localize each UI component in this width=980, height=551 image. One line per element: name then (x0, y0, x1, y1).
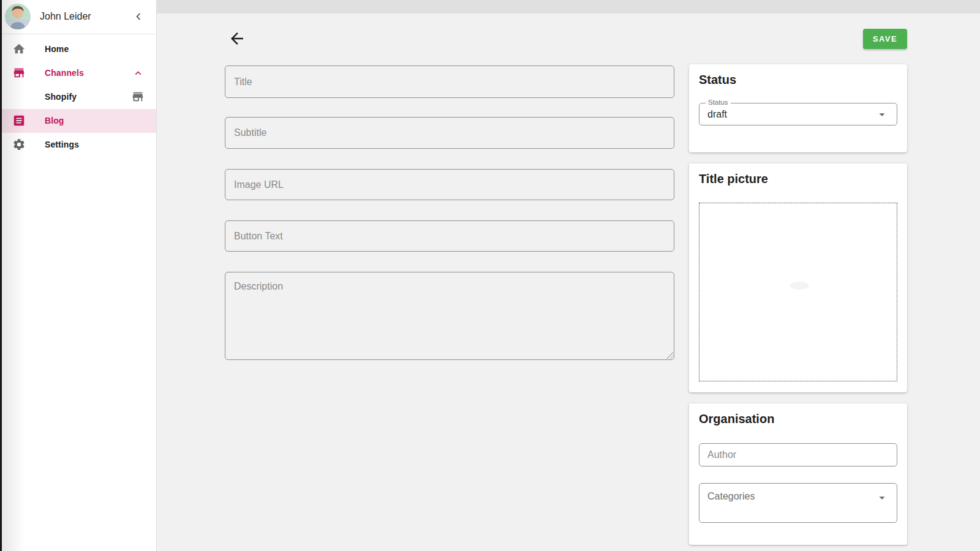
organisation-heading: Organisation (699, 412, 774, 426)
title-picture-heading: Title picture (699, 172, 768, 186)
back-arrow-icon[interactable] (228, 29, 246, 48)
categories-select-label: Categories (707, 491, 755, 502)
sidebar-item-home[interactable]: Home (0, 37, 156, 61)
avatar[interactable] (5, 4, 31, 29)
sidebar: John Leider Home Channels Shopify Blog (0, 0, 157, 551)
sidebar-item-label: Settings (45, 133, 79, 157)
status-select[interactable]: Status draft (699, 103, 897, 126)
avatar-image (5, 4, 31, 29)
button-text-field (225, 220, 674, 252)
chevron-up-icon[interactable] (132, 67, 144, 79)
title-picture-card: Title picture (689, 163, 907, 392)
chevron-left-icon[interactable] (132, 10, 145, 23)
sidebar-item-channels[interactable]: Channels (0, 61, 156, 85)
status-select-value: draft (707, 103, 727, 125)
image-dropzone[interactable] (699, 203, 897, 381)
description-field (225, 272, 674, 360)
sidebar-item-label: Channels (45, 61, 84, 85)
home-icon (12, 42, 26, 56)
window-top-strip (157, 0, 980, 13)
window-left-edge (0, 0, 2, 551)
author-field (699, 443, 897, 467)
sidebar-item-blog[interactable]: Blog (0, 109, 156, 133)
image-url-field (225, 169, 674, 200)
storefront-icon (12, 66, 26, 80)
subtitle-input[interactable] (225, 118, 674, 148)
save-button[interactable]: SAVE (863, 29, 907, 49)
image-url-input[interactable] (225, 170, 674, 200)
sidebar-item-settings[interactable]: Settings (0, 133, 156, 157)
article-icon (12, 114, 26, 127)
sidebar-item-shopify[interactable]: Shopify (0, 85, 156, 109)
title-field (225, 66, 674, 98)
sidebar-item-label: Home (45, 37, 69, 61)
status-card-heading: Status (699, 73, 736, 87)
description-textarea[interactable] (225, 272, 674, 359)
dropzone-placeholder-mark (790, 282, 809, 290)
organisation-card: Organisation Categories (689, 403, 907, 545)
title-input[interactable] (225, 66, 674, 97)
caret-down-icon (875, 491, 889, 504)
sidebar-item-label: Shopify (45, 85, 77, 109)
subtitle-field (225, 117, 674, 149)
gear-icon (12, 138, 26, 151)
author-input[interactable] (699, 444, 897, 466)
sidebar-user-name: John Leider (40, 0, 91, 34)
categories-select[interactable]: Categories (699, 483, 897, 523)
sidebar-header: John Leider (0, 0, 156, 34)
storefront-icon (131, 90, 145, 103)
caret-down-icon (875, 108, 889, 121)
status-card: Status Status draft (689, 64, 907, 152)
sidebar-item-label: Blog (45, 109, 64, 133)
button-text-input[interactable] (225, 221, 674, 251)
